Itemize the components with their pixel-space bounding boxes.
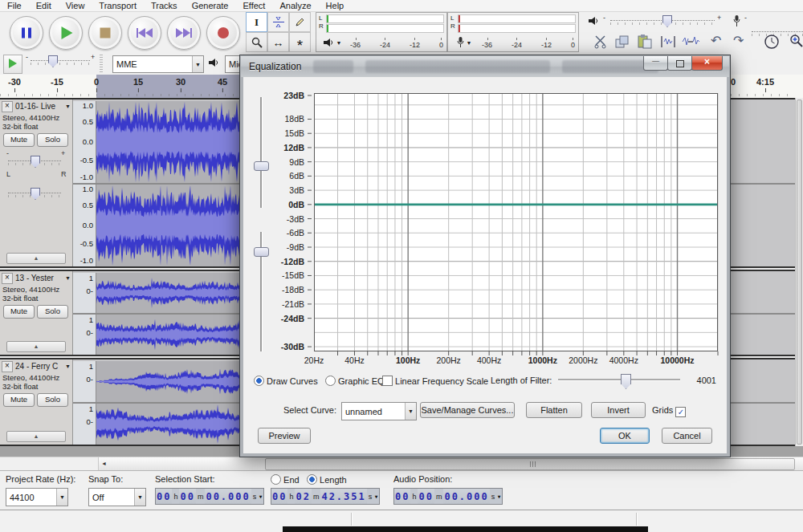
trim-audio-button[interactable] xyxy=(659,35,677,49)
length-radio-circle[interactable] xyxy=(307,474,317,485)
close-button[interactable]: × xyxy=(691,56,723,71)
grids-checkbox[interactable]: Grids ✓ xyxy=(652,405,686,417)
timeshift-tool-button[interactable]: ↔ xyxy=(267,32,289,52)
track-3-waveform-left[interactable] xyxy=(96,361,239,402)
playback-speed-slider[interactable] xyxy=(31,55,90,67)
track-collapse-button[interactable]: ▲ xyxy=(6,253,66,264)
record-button[interactable] xyxy=(206,16,240,50)
track-close-button[interactable]: × xyxy=(2,361,13,372)
caret-down-icon[interactable]: ▼ xyxy=(258,493,263,499)
gain-slider[interactable] xyxy=(8,156,61,167)
seconds-value[interactable]: 00.000 xyxy=(443,489,489,504)
track-collapse-button[interactable]: ▲ xyxy=(6,341,66,352)
caret-down-icon[interactable]: ▼ xyxy=(65,275,71,281)
selection-start-field[interactable]: 00h00m00.000s ▼ xyxy=(155,488,264,505)
menu-item[interactable]: Help xyxy=(319,0,352,11)
dropdown-button[interactable]: ▼ xyxy=(405,403,416,420)
playback-speed-thumb[interactable] xyxy=(48,55,58,67)
snap-to-dropdown[interactable]: Off ▼ xyxy=(88,488,146,506)
pause-button[interactable] xyxy=(10,16,43,50)
select-curve-dropdown[interactable]: unnamed ▼ xyxy=(341,402,417,420)
zoom-tool-button[interactable] xyxy=(246,32,267,52)
menu-item[interactable]: Transport xyxy=(92,0,144,11)
dialog-title-bar[interactable]: Equalization — × xyxy=(241,56,729,77)
track-3-scale-left[interactable]: 10- xyxy=(73,361,96,402)
input-meter-menu-button[interactable]: ▼ xyxy=(450,36,478,49)
dropdown-button[interactable]: ▼ xyxy=(56,489,67,506)
track-1-scale-left[interactable]: 1.00.50.0-0.5-1.0 xyxy=(73,101,96,183)
minutes-value[interactable]: 02 xyxy=(295,489,311,504)
cut-button[interactable] xyxy=(592,34,609,50)
track-title-menu[interactable]: 13 - Yester xyxy=(14,274,65,282)
track-2-scale-right[interactable]: 10- xyxy=(73,315,96,355)
copy-button[interactable] xyxy=(614,35,630,49)
track-close-button[interactable]: × xyxy=(2,101,13,112)
draw-tool-button[interactable] xyxy=(289,12,311,32)
track-1-waveform-left[interactable] xyxy=(96,101,239,183)
seconds-value[interactable]: 42.351 xyxy=(320,489,366,504)
flatten-button[interactable]: Flatten xyxy=(526,402,582,418)
hours-value[interactable]: 00 xyxy=(271,489,287,504)
play-button[interactable] xyxy=(49,16,83,50)
menu-item[interactable]: Effect xyxy=(236,0,273,11)
vertical-scrollbar[interactable] xyxy=(795,98,803,446)
zoom-in-button[interactable] xyxy=(789,34,803,49)
horizontal-scrollbar-thumb[interactable] xyxy=(265,458,795,470)
minutes-value[interactable]: 00 xyxy=(418,489,434,504)
eq-frequency-plot[interactable] xyxy=(308,93,719,358)
ok-button[interactable]: OK xyxy=(600,428,650,444)
track-2-scale-left[interactable]: 10- xyxy=(73,273,96,313)
menu-item[interactable]: Generate xyxy=(185,0,236,11)
vertical-scrollbar-thumb[interactable] xyxy=(797,99,802,445)
redo-button[interactable]: ↷ xyxy=(733,33,744,48)
project-rate-dropdown[interactable]: 44100 ▼ xyxy=(6,488,68,506)
play-at-speed-button[interactable] xyxy=(3,55,22,74)
track-title-menu[interactable]: 24 - Ferry C xyxy=(14,362,65,371)
track-2-waveform-right[interactable] xyxy=(96,315,239,355)
graphic-eq-radio[interactable]: Graphic EQ xyxy=(325,376,385,386)
selection-tool-button[interactable]: I xyxy=(246,12,267,32)
menu-item[interactable]: Tracks xyxy=(144,0,185,11)
solo-button[interactable]: Solo xyxy=(37,305,68,319)
length-of-filter-slider[interactable] xyxy=(558,374,680,385)
cancel-button[interactable]: Cancel xyxy=(662,428,712,444)
track-1-waveform-right[interactable] xyxy=(96,185,239,266)
solo-button[interactable]: Solo xyxy=(37,133,68,147)
track-close-button[interactable]: × xyxy=(2,273,13,284)
skip-to-start-button[interactable] xyxy=(128,16,161,50)
minutes-value[interactable]: 00 xyxy=(179,489,195,504)
mute-button[interactable]: Mute xyxy=(3,133,35,147)
linear-frequency-checkbox[interactable]: Linear Frequency Scale xyxy=(382,376,488,386)
minimize-button[interactable]: — xyxy=(643,56,668,71)
audio-position-field[interactable]: 00h00m00.000s ▼ xyxy=(393,488,503,505)
length-radio[interactable]: Length xyxy=(307,474,347,485)
output-volume-slider[interactable] xyxy=(610,15,715,26)
skip-to-end-button[interactable] xyxy=(167,16,201,50)
multi-tool-button[interactable]: * xyxy=(289,32,311,52)
paste-button[interactable] xyxy=(637,35,653,49)
mute-button[interactable]: Mute xyxy=(3,393,35,407)
db-range-min-thumb[interactable] xyxy=(254,247,269,257)
hours-value[interactable]: 00 xyxy=(156,489,172,504)
caret-down-icon[interactable]: ▼ xyxy=(496,493,502,499)
draw-curves-radio-circle[interactable] xyxy=(254,376,264,386)
preview-button[interactable]: Preview xyxy=(258,428,311,444)
graphic-eq-radio-circle[interactable] xyxy=(325,376,336,386)
caret-down-icon[interactable]: ▼ xyxy=(65,104,71,109)
track-title-menu[interactable]: 01-16- Live xyxy=(14,102,65,111)
track-1-scale-right[interactable]: 1.00.50.0-0.5-1.0 xyxy=(73,185,96,266)
end-radio-circle[interactable] xyxy=(271,474,281,485)
menu-item[interactable]: File xyxy=(0,0,29,11)
track-3-waveform-right[interactable] xyxy=(96,404,239,445)
track-collapse-button[interactable]: ▲ xyxy=(6,431,66,442)
menu-item[interactable]: Edit xyxy=(29,0,59,11)
linear-frequency-checkbox-box[interactable] xyxy=(382,376,393,386)
toolbar-grip[interactable] xyxy=(100,55,103,72)
invert-button[interactable]: Invert xyxy=(591,402,646,418)
maximize-button[interactable] xyxy=(667,56,692,71)
db-range-min-slider[interactable] xyxy=(253,232,269,351)
save-manage-curves-button[interactable]: Save/Manage Curves... xyxy=(420,402,515,418)
db-range-max-thumb[interactable] xyxy=(254,161,269,171)
length-of-filter-thumb[interactable] xyxy=(621,374,631,389)
track-3-scale-right[interactable]: 10- xyxy=(73,404,96,445)
